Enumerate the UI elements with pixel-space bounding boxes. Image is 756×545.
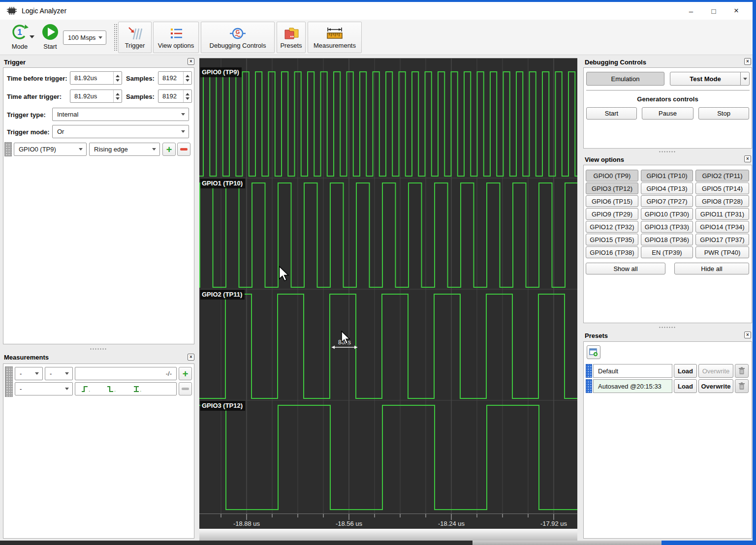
channel-toggle-gpio17-tp37[interactable]: GPIO17 (TP37) — [695, 234, 749, 245]
measurement-edge-field[interactable]: . . . — [75, 382, 177, 395]
hide-all-button[interactable]: Hide all — [674, 263, 749, 274]
preset-drag-handle[interactable] — [586, 364, 592, 378]
toolbar-view-options-button[interactable]: View options — [153, 22, 199, 53]
trigger-edge-select[interactable]: Rising edge — [89, 143, 160, 156]
debugging-panel-close-icon[interactable]: × — [744, 58, 751, 65]
preset-load-button[interactable]: Load — [674, 364, 697, 378]
measurement-type-select[interactable]: - — [15, 382, 73, 395]
trigger-type-select[interactable]: Internal — [52, 108, 189, 121]
measurement-row-drag-handle[interactable] — [5, 366, 13, 397]
channel-toggle-gpio1-tp10[interactable]: GPIO1 (TP10) — [641, 170, 693, 182]
start-button[interactable]: Start — [37, 23, 63, 50]
waveform-view[interactable]: -18.88 us-18.56 us-18.24 us-17.92 us80ns — [199, 58, 577, 529]
minus-icon — [180, 148, 188, 151]
mode-dropdown-caret[interactable] — [30, 35, 34, 38]
toolbar-presets-button[interactable]: Presets — [277, 22, 306, 53]
trigger-channel-select[interactable]: GPIO0 (TP9) — [14, 143, 87, 156]
axis-tick-label: -17.92 us — [540, 520, 567, 527]
trigger-condition-drag-handle[interactable] — [4, 142, 12, 156]
channel-toggle-gpio11-tp31[interactable]: GPIO11 (TP31) — [695, 208, 749, 220]
channel-toggle-gpio3-tp12[interactable]: GPIO3 (TP12) — [586, 182, 638, 194]
channel-toggle-gpio7-tp27[interactable]: GPIO7 (TP27) — [641, 195, 693, 207]
time-before-trigger-input[interactable]: 81.92us — [70, 71, 122, 85]
channel-toggle-gpio13-tp33[interactable]: GPIO13 (TP33) — [641, 221, 693, 233]
channel-toggle-en-tp39[interactable]: EN (TP39) — [641, 246, 693, 258]
samples-after-input[interactable]: 8192 — [158, 90, 192, 103]
samples-before-input[interactable]: 8192 — [158, 71, 192, 85]
minimize-button[interactable]: – — [680, 2, 702, 20]
channel-toggle-label: GPIO16 (TP38) — [590, 249, 634, 256]
channel-toggle-gpio10-tp30[interactable]: GPIO10 (TP30) — [641, 208, 693, 220]
presets-panel-close-icon[interactable]: × — [744, 332, 751, 338]
taskbar-strip-blue — [662, 541, 756, 545]
toolbar-measurements-button[interactable]: Measurements — [308, 22, 362, 53]
channel-toggle-gpio18-tp36[interactable]: GPIO18 (TP36) — [641, 234, 693, 245]
channel-toggle-gpio6-tp15[interactable]: GPIO6 (TP15) — [586, 195, 638, 207]
trigger-mode-select[interactable]: Or — [52, 125, 189, 138]
spinner-arrows-icon[interactable] — [113, 72, 122, 84]
trigger-panel-close-icon[interactable]: × — [188, 58, 194, 65]
plus-icon: + — [183, 369, 189, 378]
minus-icon — [182, 388, 189, 390]
preset-name-field[interactable]: Autosaved @20:15:33 — [593, 379, 672, 393]
sample-rate-select[interactable]: 100 Msps — [63, 30, 106, 45]
channel-toggle-gpio8-tp28[interactable]: GPIO8 (TP28) — [695, 195, 749, 207]
preset-name-field[interactable]: Default — [593, 364, 672, 378]
toolbar-trigger-button[interactable]: Trigger — [118, 22, 152, 53]
channel-toggle-gpio5-tp14[interactable]: GPIO5 (TP14) — [695, 182, 749, 194]
preset-drag-handle[interactable] — [586, 379, 592, 393]
test-mode-button[interactable]: Test Mode — [670, 72, 741, 86]
channel-toggle-gpio4-tp13[interactable]: GPIO4 (TP13) — [641, 182, 693, 194]
view-options-panel-close-icon[interactable]: × — [744, 155, 751, 162]
debugging-panel-header: Debugging Controls — [585, 57, 752, 67]
taskbar-strip-gray — [472, 541, 662, 545]
channel-toggle-pwr-tp40[interactable]: PWR (TP40) — [695, 246, 749, 258]
preset-overwrite-button[interactable]: Overwrite — [698, 364, 733, 378]
channel-toggle-gpio2-tp11[interactable]: GPIO2 (TP11) — [695, 170, 749, 182]
trigger-type-label: Trigger type: — [7, 111, 46, 119]
channel-toggle-gpio9-tp29[interactable]: GPIO9 (TP29) — [586, 208, 638, 220]
remove-measurement-button[interactable] — [179, 382, 192, 395]
add-preset-button[interactable] — [587, 345, 600, 359]
preset-delete-button[interactable] — [735, 364, 749, 378]
spinner-arrows-icon[interactable] — [183, 90, 191, 102]
waveform-canvas: -18.88 us-18.56 us-18.24 us-17.92 us80ns — [199, 59, 577, 529]
channel-toggle-label: GPIO4 (TP13) — [646, 185, 687, 192]
measurement-channel1-select[interactable]: - — [15, 367, 43, 380]
spinner-arrows-icon[interactable] — [183, 72, 191, 84]
measurements-panel-close-icon[interactable]: × — [188, 354, 194, 361]
titlebar: Logic Analyzer – □ × — [0, 2, 753, 20]
rising-edge-icon: . — [81, 386, 90, 393]
preset-delete-button[interactable] — [735, 379, 749, 393]
maximize-button[interactable]: □ — [702, 2, 725, 20]
channel-toggle-label: GPIO6 (TP15) — [592, 198, 632, 205]
emulation-button[interactable]: Emulation — [586, 72, 664, 86]
channel-toggle-gpio16-tp38[interactable]: GPIO16 (TP38) — [586, 246, 638, 258]
view-options-dock-grip[interactable] — [659, 151, 676, 153]
toolbar-debugging-button[interactable]: G Debugging Controls — [201, 22, 275, 53]
generator-stop-button[interactable]: Stop — [698, 107, 749, 120]
generator-pause-button[interactable]: Pause — [642, 107, 693, 120]
channel-toggle-gpio0-tp9[interactable]: GPIO0 (TP9) — [586, 170, 638, 182]
presets-dock-grip[interactable] — [659, 326, 676, 329]
time-after-trigger-input[interactable]: 81.92us — [70, 90, 122, 103]
waveform-hscrollbar[interactable] — [199, 529, 577, 541]
preset-load-button[interactable]: Load — [674, 379, 697, 393]
add-measurement-button[interactable]: + — [179, 367, 192, 380]
show-all-button[interactable]: Show all — [586, 263, 665, 274]
close-button[interactable]: × — [725, 2, 748, 20]
channel-toggle-gpio14-tp34[interactable]: GPIO14 (TP34) — [695, 221, 749, 233]
generator-start-button[interactable]: Start — [586, 107, 637, 120]
add-trigger-condition-button[interactable]: + — [162, 143, 176, 156]
channel-toggle-gpio12-tp32[interactable]: GPIO12 (TP32) — [586, 221, 638, 233]
preset-overwrite-button[interactable]: Overwrite — [698, 379, 733, 393]
measurements-dock-grip[interactable] — [90, 348, 107, 350]
channel-toggle-gpio15-tp35[interactable]: GPIO15 (TP35) — [586, 234, 638, 245]
spinner-arrows-icon[interactable] — [113, 90, 122, 102]
trigger-panel-header: Trigger — [4, 57, 196, 67]
remove-trigger-condition-button[interactable] — [177, 143, 190, 156]
test-mode-dropdown[interactable] — [740, 72, 750, 86]
svg-text:G: G — [236, 29, 240, 35]
mode-icon: 1 — [10, 23, 29, 41]
measurement-channel2-select[interactable]: - — [45, 367, 73, 380]
